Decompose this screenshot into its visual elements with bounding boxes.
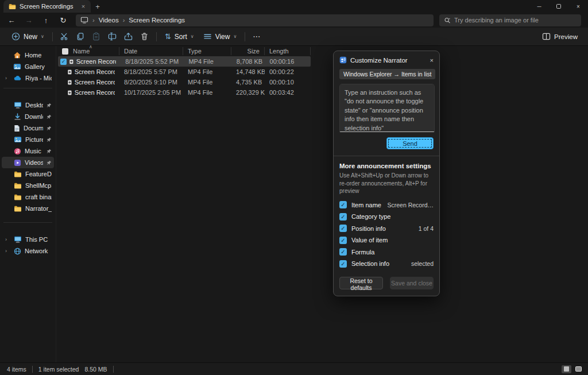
reset-to-defaults-button[interactable]: Reset to defaults bbox=[339, 277, 383, 289]
breadcrumb[interactable]: › Videos › Screen Recordings bbox=[76, 14, 434, 26]
checkbox-checked[interactable]: ✓ bbox=[339, 225, 347, 232]
file-row[interactable]: ✓ Screen Recording 20… 8/18/2025 5:52 PM… bbox=[58, 56, 311, 67]
column-header-name[interactable]: Name bbox=[56, 47, 119, 55]
breadcrumb-item-screen-recordings[interactable]: Screen Recordings bbox=[129, 17, 185, 24]
file-row[interactable]: Screen Recording 20… 8/18/2025 5:57 PM M… bbox=[56, 67, 588, 77]
refresh-button[interactable]: ↻ bbox=[55, 14, 71, 26]
column-header-type[interactable]: Type bbox=[183, 47, 231, 55]
toolbar-divider bbox=[156, 32, 157, 41]
close-button[interactable]: × bbox=[568, 0, 588, 13]
delete-button[interactable] bbox=[137, 30, 153, 44]
sidebar-folder-narrator-arm[interactable]: Narrator_ARM_2811 bbox=[2, 203, 54, 214]
row-checkbox[interactable] bbox=[59, 90, 65, 96]
context-badge: Windows Explorer → Items in list bbox=[339, 69, 435, 79]
back-button[interactable]: ← bbox=[3, 14, 20, 26]
more-options-button[interactable]: ⋯ bbox=[249, 30, 265, 44]
paste-button[interactable] bbox=[88, 30, 105, 44]
sidebar-folder-craft-binaries[interactable]: craft binaries bbox=[2, 191, 54, 203]
chevron-right-icon[interactable]: › bbox=[5, 237, 10, 242]
check-row-category-type[interactable]: ✓ Category type bbox=[339, 211, 434, 223]
sidebar-item-label: Narrator_ARM_2811 bbox=[25, 205, 52, 212]
sidebar-item-label: ShellMcpServers bbox=[25, 182, 52, 189]
checkbox-checked[interactable]: ✓ bbox=[339, 201, 347, 208]
pictures-icon bbox=[14, 136, 22, 143]
check-row-item-name[interactable]: ✓ Item name Screen Record… bbox=[339, 199, 434, 211]
back-icon: ← bbox=[8, 16, 16, 25]
check-row-value-of-item[interactable]: ✓ Value of item bbox=[339, 234, 434, 246]
checkbox-checked[interactable]: ✓ bbox=[339, 248, 347, 256]
sidebar-item-onedrive[interactable]: › Riya - Microsoft bbox=[2, 72, 54, 84]
instruction-input[interactable] bbox=[339, 84, 435, 132]
cut-button[interactable] bbox=[56, 30, 72, 44]
sidebar-item-this-pc[interactable]: › This PC bbox=[2, 234, 54, 245]
preview-button[interactable]: Preview bbox=[539, 33, 581, 40]
sidebar-item-music[interactable]: Music bbox=[2, 145, 54, 157]
new-tab-button[interactable]: + bbox=[91, 0, 105, 13]
column-header-length[interactable]: Length bbox=[265, 47, 311, 55]
search-box[interactable] bbox=[439, 14, 581, 26]
home-icon bbox=[13, 52, 21, 59]
copy-button[interactable] bbox=[72, 30, 88, 44]
sidebar-item-network[interactable]: › Network bbox=[2, 245, 54, 257]
sort-button[interactable]: ⇅ Sort ∨ bbox=[160, 30, 199, 44]
view-button[interactable]: View ∨ bbox=[199, 30, 242, 44]
new-button[interactable]: New ∨ bbox=[7, 30, 49, 44]
sidebar-item-documents[interactable]: Documents bbox=[2, 122, 54, 134]
row-checkbox[interactable] bbox=[59, 69, 65, 75]
pin-icon bbox=[47, 114, 52, 119]
sidebar-folder-featurediscoverability[interactable]: FeatureDiscoverabil bbox=[2, 168, 54, 180]
checkbox-checked[interactable]: ✓ bbox=[339, 213, 347, 221]
send-button[interactable]: Send bbox=[386, 137, 434, 149]
forward-button[interactable]: → bbox=[21, 14, 37, 26]
tab-close-icon[interactable]: × bbox=[79, 3, 87, 10]
checkbox-checked[interactable]: ✓ bbox=[339, 260, 347, 268]
videos-icon bbox=[14, 159, 21, 167]
file-list-area: ∧ Name Date Type Size Length ✓ Screen Re… bbox=[56, 46, 588, 362]
maximize-button[interactable] bbox=[549, 0, 568, 13]
scissors-icon bbox=[60, 32, 68, 41]
more-settings-title: More announcement settings bbox=[339, 163, 434, 169]
row-checkbox[interactable] bbox=[59, 79, 65, 86]
sidebar-item-gallery[interactable]: Gallery bbox=[2, 61, 54, 72]
share-button[interactable] bbox=[121, 30, 137, 44]
chevron-right-icon[interactable]: › bbox=[5, 75, 10, 81]
sidebar-item-videos[interactable]: Videos bbox=[2, 157, 54, 168]
explorer-tab[interactable]: Screen Recordings × bbox=[3, 0, 91, 13]
file-row[interactable]: Screen Recording 20… 8/20/2025 9:10 PM M… bbox=[56, 77, 588, 87]
dialog-close-icon[interactable]: × bbox=[430, 57, 434, 64]
checkbox-checked[interactable]: ✓ bbox=[339, 237, 347, 244]
minimize-button[interactable]: ─ bbox=[529, 0, 549, 13]
check-row-formula[interactable]: ✓ Formula bbox=[339, 246, 434, 258]
breadcrumb-item-videos[interactable]: Videos bbox=[99, 17, 119, 24]
row-checkbox-checked[interactable]: ✓ bbox=[60, 59, 67, 65]
check-label: Value of item bbox=[351, 237, 388, 243]
file-name: Screen Recording 20… bbox=[75, 89, 115, 96]
check-row-position-info[interactable]: ✓ Position info 1 of 4 bbox=[339, 223, 434, 235]
check-row-selection-info[interactable]: ✓ Selection info selected bbox=[339, 258, 434, 270]
forward-icon: → bbox=[25, 16, 33, 25]
rename-button[interactable] bbox=[105, 30, 121, 44]
search-input[interactable] bbox=[454, 17, 577, 24]
sidebar-item-pictures[interactable]: Pictures bbox=[2, 134, 54, 145]
sidebar-item-label: Downloads bbox=[25, 113, 43, 120]
paste-icon bbox=[92, 32, 100, 41]
titlebar: Screen Recordings × + ─ × bbox=[0, 0, 588, 13]
column-header-size[interactable]: Size bbox=[231, 47, 265, 55]
select-all-checkbox[interactable] bbox=[62, 48, 68, 55]
column-header-date[interactable]: Date bbox=[119, 47, 183, 55]
file-length: 00:00:10 bbox=[265, 79, 311, 86]
up-button[interactable]: ↑ bbox=[38, 14, 54, 26]
sidebar-item-desktop[interactable]: Desktop bbox=[2, 99, 54, 111]
pin-icon bbox=[47, 137, 52, 142]
save-and-close-button[interactable]: Save and close bbox=[390, 277, 434, 289]
sidebar-folder-shellmcpservers[interactable]: ShellMcpServers bbox=[2, 180, 54, 191]
chevron-right-icon[interactable]: › bbox=[5, 248, 10, 254]
thumbnails-view-toggle[interactable] bbox=[574, 365, 583, 373]
file-type: MP4 File bbox=[184, 58, 231, 65]
chevron-down-icon: ∨ bbox=[233, 34, 237, 39]
onedrive-cloud-icon bbox=[14, 75, 22, 81]
details-view-toggle[interactable] bbox=[562, 365, 571, 373]
sidebar-item-home[interactable]: Home bbox=[2, 49, 54, 61]
file-row[interactable]: Screen Recording 20… 10/17/2025 2:05 PM … bbox=[56, 87, 588, 98]
sidebar-item-downloads[interactable]: Downloads bbox=[2, 111, 54, 122]
